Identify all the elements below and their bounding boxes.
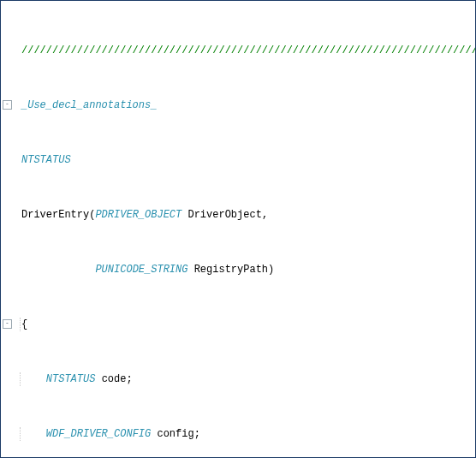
- code-line: -{: [13, 318, 475, 331]
- param-type: PUNICODE_STRING: [95, 264, 187, 276]
- code-line: -_Use_decl_annotations_: [13, 98, 475, 112]
- var-name: code;: [102, 373, 133, 385]
- fold-toggle[interactable]: -: [3, 100, 12, 110]
- param-name: RegistryPath: [194, 264, 268, 276]
- code-area: ////////////////////////////////////////…: [13, 3, 475, 457]
- return-type: NTSTATUS: [21, 154, 71, 166]
- indent-guide: [20, 427, 21, 441]
- code-line: PUNICODE_STRING RegistryPath): [13, 263, 475, 277]
- brace: {: [21, 318, 27, 330]
- code-line: WDF_DRIVER_CONFIG config;: [13, 427, 475, 441]
- code-line: ////////////////////////////////////////…: [13, 44, 475, 57]
- code-line: NTSTATUS: [13, 153, 475, 167]
- var-name: config;: [157, 428, 199, 440]
- indent-guide: [20, 372, 21, 386]
- rule-comment: ////////////////////////////////////////…: [21, 45, 476, 57]
- var-type: NTSTATUS: [46, 373, 96, 385]
- fold-toggle[interactable]: -: [3, 319, 12, 329]
- function-name: DriverEntry: [21, 209, 89, 221]
- indent-guide: [20, 318, 21, 331]
- param-type: PDRIVER_OBJECT: [95, 209, 181, 221]
- code-line: NTSTATUS code;: [13, 372, 475, 386]
- code-line: DriverEntry(PDRIVER_OBJECT DriverObject,: [13, 208, 475, 222]
- sal-annotation: _Use_decl_annotations_: [21, 99, 157, 111]
- var-type: WDF_DRIVER_CONFIG: [46, 428, 151, 440]
- param-name: DriverObject: [187, 209, 261, 221]
